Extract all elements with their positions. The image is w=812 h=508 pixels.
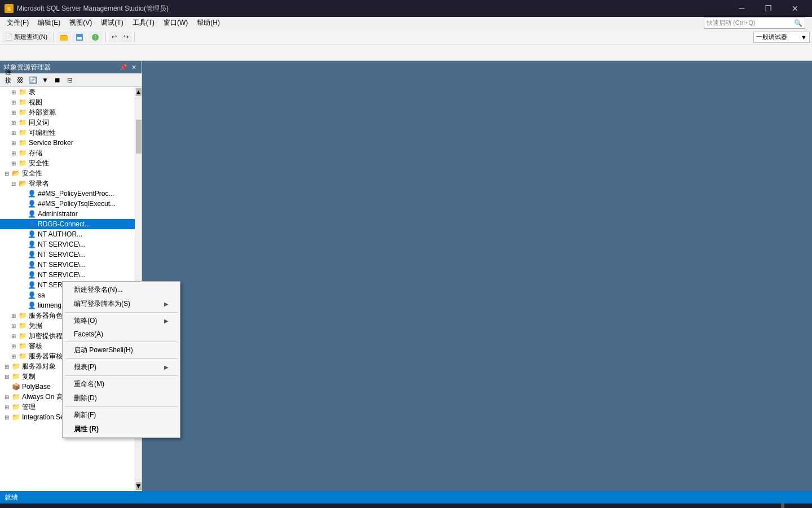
new-query-button[interactable]: 📄 新建查询(N) [2, 31, 50, 43]
main-toolbar: 📄 新建查询(N) ! ↩ ↪ 一般调试器 ▼ [0, 29, 812, 45]
submenu-arrow-icon: ▶ [164, 364, 169, 370]
context-new-login[interactable]: 新建登录名(N)... [63, 283, 180, 297]
login-icon: 👤 [27, 291, 36, 300]
menu-tools[interactable]: 工具(T) [128, 17, 159, 29]
taskbar-sqlserver-button[interactable]: S [156, 503, 180, 508]
tree-item-login-2[interactable]: 👤 ##MS_PolicyTsqlExecut... [0, 199, 135, 209]
submenu-arrow-icon: ▶ [164, 301, 169, 307]
folder-icon: 📁 [11, 413, 20, 422]
title-bar: S Microsoft SQL Server Management Studio… [0, 0, 812, 17]
taskbar-explorer-button[interactable] [106, 503, 129, 508]
tree-item-table[interactable]: ⊞ 📁 表 [0, 87, 135, 97]
context-report[interactable]: 报表(P) ▶ [63, 360, 180, 374]
disconnect-button[interactable]: ⛓ [15, 75, 26, 85]
context-script-login[interactable]: 编写登录脚本为(S) ▶ [63, 297, 180, 311]
tree-item-login-ntsvc1[interactable]: 👤 NT SERVICE\... [0, 239, 135, 249]
close-button[interactable]: ✕ [782, 0, 807, 17]
login-icon: 👤 [27, 230, 36, 239]
tree-item-db-security[interactable]: ⊞ 📁 安全性 [0, 158, 135, 168]
expander-icon: ⊞ [9, 352, 18, 361]
context-facets[interactable]: Facets(A) [63, 328, 180, 340]
folder-icon: 📁 [18, 159, 27, 168]
folder-icon: 📁 [18, 352, 27, 361]
tree-item-view[interactable]: ⊞ 📁 视图 [0, 97, 135, 107]
panel-close-button[interactable]: ✕ [129, 63, 138, 72]
toolbar-btn-2[interactable] [72, 31, 87, 43]
tree-item-storage[interactable]: ⊞ 📁 存储 [0, 148, 135, 158]
folder-icon: 📁 [18, 98, 27, 107]
tree-item-login-ntsvc3[interactable]: 👤 NT SERVICE\... [0, 260, 135, 270]
menu-view[interactable]: 视图(V) [65, 17, 96, 29]
context-powershell[interactable]: 启动 PowerShell(H) [63, 343, 180, 357]
tree-item-logins[interactable]: ⊟ 📂 登录名 [0, 178, 135, 189]
context-rename[interactable]: 重命名(M) [63, 377, 180, 391]
app-icon: S [5, 4, 14, 13]
context-separator-4 [65, 375, 178, 376]
status-text: 就绪 [5, 493, 18, 502]
polybase-icon: 📦 [11, 382, 20, 391]
tree-item-login-rdgb[interactable]: 👤 RDGB-Connect... [0, 219, 135, 229]
quick-launch-input[interactable]: 快速启动 (Ctrl+Q) [707, 19, 794, 27]
tree-item-login-admin[interactable]: 👤 Administrator [0, 209, 135, 219]
context-policy[interactable]: 策略(O) ▶ [63, 314, 180, 328]
taskbar-browser-button[interactable]: e [81, 503, 104, 508]
debug-mode-dropdown[interactable]: 一般调试器 ▼ [753, 32, 810, 43]
folder-icon: 📁 [18, 341, 27, 351]
folder-icon: 📁 [18, 118, 27, 127]
tree-item-login-1[interactable]: 👤 ##MS_PolicyEventProc... [0, 189, 135, 199]
tree-item-security-root[interactable]: ⊟ 📂 安全性 [0, 168, 135, 178]
object-explorer-toolbar: 连接 ▾ ⛓ 🔄 ▼ ⏹ ⊟ [0, 73, 142, 87]
expander-icon: ⊞ [9, 118, 18, 127]
collapse-button[interactable]: ⊟ [64, 75, 76, 85]
folder-icon: 📁 [18, 138, 27, 147]
folder-icon: 📁 [18, 128, 27, 137]
folder-icon: 📁 [11, 402, 20, 411]
minimize-button[interactable]: ─ [729, 0, 754, 17]
tree-item-external[interactable]: ⊞ 📁 外部资源 [0, 107, 135, 117]
context-delete[interactable]: 删除(D) [63, 391, 180, 405]
login-icon: 👤 [27, 220, 36, 229]
connect-button[interactable]: 连接 ▾ [2, 75, 14, 85]
context-refresh[interactable]: 刷新(F) [63, 408, 180, 422]
tree-item-login-ntsvc4[interactable]: 👤 NT SERVICE\... [0, 270, 135, 280]
status-bar: 就绪 [0, 491, 812, 503]
menu-help[interactable]: 帮助(H) [192, 17, 224, 29]
menu-edit[interactable]: 编辑(E) [33, 17, 65, 29]
svg-rect-3 [60, 36, 68, 41]
context-properties[interactable]: 属性 (R) [63, 422, 180, 436]
redo-button[interactable]: ↪ [121, 32, 131, 42]
pin-button[interactable]: 📌 [119, 63, 128, 72]
stop-button[interactable]: ⏹ [52, 75, 63, 85]
save-icon [75, 33, 84, 42]
expander-icon: ⊞ [9, 331, 18, 340]
expander-icon: ⊞ [9, 87, 18, 97]
toolbar-btn-1[interactable] [56, 31, 71, 43]
search-icon: 🔍 [794, 19, 802, 27]
menu-debug[interactable]: 调试(T) [96, 17, 127, 29]
tree-item-service-broker[interactable]: ⊞ 📁 Service Broker [0, 138, 135, 148]
start-button[interactable] [2, 503, 29, 508]
restore-button[interactable]: ❐ [756, 0, 781, 17]
taskbar-taskview-button[interactable] [56, 503, 79, 508]
expander-icon: ⊟ [9, 179, 18, 188]
toolbar-btn-3[interactable]: ! [88, 31, 103, 43]
taskbar-search-button[interactable] [32, 503, 54, 508]
menu-window[interactable]: 窗口(W) [159, 17, 192, 29]
show-desktop-button[interactable] [781, 503, 784, 508]
refresh-button[interactable]: 🔄 [27, 75, 38, 85]
tree-item-programmability[interactable]: ⊞ 📁 可编程性 [0, 128, 135, 138]
expander-icon: ⊞ [9, 321, 18, 330]
tree-item-login-ntauth[interactable]: 👤 NT AUTHOR... [0, 229, 135, 239]
undo-button[interactable]: ↩ [109, 32, 120, 42]
tree-item-login-ntsvc2[interactable]: 👤 NT SERVICE\... [0, 249, 135, 260]
folder-icon: 📁 [18, 108, 27, 117]
filter-button[interactable]: ▼ [39, 75, 51, 85]
menu-file[interactable]: 文件(F) [2, 17, 33, 29]
context-menu: 新建登录名(N)... 编写登录脚本为(S) ▶ 策略(O) ▶ Facets(… [62, 281, 180, 438]
scroll-thumb[interactable] [136, 120, 142, 154]
taskbar-security-button[interactable]: 🛡 [131, 503, 153, 508]
svg-rect-5 [77, 37, 82, 40]
tree-item-synonym[interactable]: ⊞ 📁 同义词 [0, 117, 135, 128]
menu-bar: 文件(F) 编辑(E) 视图(V) 调试(T) 工具(T) 窗口(W) 帮助(H… [0, 17, 812, 29]
open-icon [59, 33, 68, 42]
